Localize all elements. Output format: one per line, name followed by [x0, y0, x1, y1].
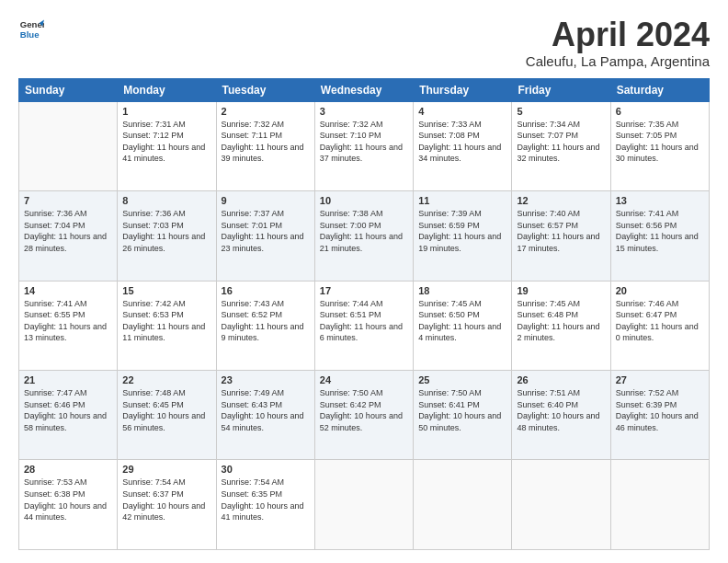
table-row: 6Sunrise: 7:35 AMSunset: 7:05 PMDaylight…: [610, 101, 709, 190]
day-info: Sunrise: 7:38 AMSunset: 7:00 PMDaylight:…: [320, 208, 408, 254]
day-number: 1: [122, 106, 210, 117]
day-info: Sunrise: 7:35 AMSunset: 7:05 PMDaylight:…: [616, 119, 704, 165]
day-number: 29: [122, 464, 210, 475]
week-row-4: 21Sunrise: 7:47 AMSunset: 6:46 PMDayligh…: [19, 371, 710, 460]
table-row: 9Sunrise: 7:37 AMSunset: 7:01 PMDaylight…: [216, 191, 314, 281]
logo-icon: General Blue: [18, 17, 44, 42]
day-number: 21: [24, 374, 112, 385]
day-info: Sunrise: 7:45 AMSunset: 6:48 PMDaylight:…: [517, 298, 605, 344]
day-number: 10: [320, 195, 408, 206]
day-info: Sunrise: 7:53 AMSunset: 6:38 PMDaylight:…: [24, 477, 112, 523]
table-row: 5Sunrise: 7:34 AMSunset: 7:07 PMDaylight…: [512, 101, 610, 190]
day-info: Sunrise: 7:37 AMSunset: 7:01 PMDaylight:…: [222, 208, 310, 254]
day-info: Sunrise: 7:42 AMSunset: 6:53 PMDaylight:…: [122, 298, 210, 344]
table-row: 1Sunrise: 7:31 AMSunset: 7:12 PMDaylight…: [118, 101, 216, 190]
day-info: Sunrise: 7:48 AMSunset: 6:45 PMDaylight:…: [122, 387, 210, 433]
day-number: 4: [418, 106, 506, 117]
day-number: 28: [24, 464, 112, 475]
day-info: Sunrise: 7:31 AMSunset: 7:12 PMDaylight:…: [122, 119, 210, 165]
day-info: Sunrise: 7:47 AMSunset: 6:46 PMDaylight:…: [24, 387, 112, 433]
col-saturday: Saturday: [610, 78, 709, 101]
day-number: 16: [222, 285, 310, 296]
month-title: April 2024: [526, 17, 710, 53]
header: General Blue April 2024 Caleufu, La Pamp…: [18, 17, 710, 69]
day-info: Sunrise: 7:40 AMSunset: 6:57 PMDaylight:…: [517, 208, 605, 254]
day-info: Sunrise: 7:50 AMSunset: 6:41 PMDaylight:…: [418, 387, 506, 433]
day-info: Sunrise: 7:52 AMSunset: 6:39 PMDaylight:…: [616, 387, 704, 433]
day-number: 2: [222, 106, 310, 117]
table-row: [414, 460, 512, 550]
day-number: 17: [320, 285, 408, 296]
day-info: Sunrise: 7:46 AMSunset: 6:47 PMDaylight:…: [616, 298, 704, 344]
svg-text:Blue: Blue: [20, 29, 40, 40]
table-row: [610, 460, 709, 550]
table-row: 4Sunrise: 7:33 AMSunset: 7:08 PMDaylight…: [414, 101, 512, 190]
header-row: Sunday Monday Tuesday Wednesday Thursday…: [19, 78, 710, 101]
day-info: Sunrise: 7:41 AMSunset: 6:55 PMDaylight:…: [24, 298, 112, 344]
table-row: 27Sunrise: 7:52 AMSunset: 6:39 PMDayligh…: [610, 371, 709, 460]
day-number: 5: [517, 106, 605, 117]
week-row-5: 28Sunrise: 7:53 AMSunset: 6:38 PMDayligh…: [19, 460, 710, 550]
day-info: Sunrise: 7:32 AMSunset: 7:11 PMDaylight:…: [222, 119, 310, 165]
subtitle: Caleufu, La Pampa, Argentina: [526, 53, 710, 69]
table-row: 23Sunrise: 7:49 AMSunset: 6:43 PMDayligh…: [216, 371, 314, 460]
table-row: 19Sunrise: 7:45 AMSunset: 6:48 PMDayligh…: [512, 281, 610, 370]
col-monday: Monday: [118, 78, 216, 101]
table-row: [19, 101, 118, 190]
table-row: 30Sunrise: 7:54 AMSunset: 6:35 PMDayligh…: [216, 460, 314, 550]
table-row: 13Sunrise: 7:41 AMSunset: 6:56 PMDayligh…: [610, 191, 709, 281]
week-row-3: 14Sunrise: 7:41 AMSunset: 6:55 PMDayligh…: [19, 281, 710, 370]
table-row: 2Sunrise: 7:32 AMSunset: 7:11 PMDaylight…: [216, 101, 314, 190]
day-number: 24: [320, 374, 408, 385]
day-number: 14: [24, 285, 112, 296]
table-row: 20Sunrise: 7:46 AMSunset: 6:47 PMDayligh…: [610, 281, 709, 370]
table-row: 21Sunrise: 7:47 AMSunset: 6:46 PMDayligh…: [19, 371, 118, 460]
table-row: [512, 460, 610, 550]
table-row: 3Sunrise: 7:32 AMSunset: 7:10 PMDaylight…: [314, 101, 413, 190]
day-number: 12: [517, 195, 605, 206]
table-row: 29Sunrise: 7:54 AMSunset: 6:37 PMDayligh…: [118, 460, 216, 550]
table-row: 25Sunrise: 7:50 AMSunset: 6:41 PMDayligh…: [414, 371, 512, 460]
day-number: 9: [222, 195, 310, 206]
day-info: Sunrise: 7:41 AMSunset: 6:56 PMDaylight:…: [616, 208, 704, 254]
table-row: 26Sunrise: 7:51 AMSunset: 6:40 PMDayligh…: [512, 371, 610, 460]
title-block: April 2024 Caleufu, La Pampa, Argentina: [526, 17, 710, 69]
table-row: 11Sunrise: 7:39 AMSunset: 6:59 PMDayligh…: [414, 191, 512, 281]
day-number: 18: [418, 285, 506, 296]
day-number: 27: [616, 374, 704, 385]
day-info: Sunrise: 7:50 AMSunset: 6:42 PMDaylight:…: [320, 387, 408, 433]
day-info: Sunrise: 7:33 AMSunset: 7:08 PMDaylight:…: [418, 119, 506, 165]
day-number: 30: [222, 464, 310, 475]
table-row: 8Sunrise: 7:36 AMSunset: 7:03 PMDaylight…: [118, 191, 216, 281]
day-info: Sunrise: 7:36 AMSunset: 7:04 PMDaylight:…: [24, 208, 112, 254]
day-info: Sunrise: 7:43 AMSunset: 6:52 PMDaylight:…: [222, 298, 310, 344]
day-info: Sunrise: 7:49 AMSunset: 6:43 PMDaylight:…: [222, 387, 310, 433]
day-info: Sunrise: 7:39 AMSunset: 6:59 PMDaylight:…: [418, 208, 506, 254]
table-row: 7Sunrise: 7:36 AMSunset: 7:04 PMDaylight…: [19, 191, 118, 281]
table-row: 17Sunrise: 7:44 AMSunset: 6:51 PMDayligh…: [314, 281, 413, 370]
day-info: Sunrise: 7:54 AMSunset: 6:35 PMDaylight:…: [222, 477, 310, 523]
table-row: 16Sunrise: 7:43 AMSunset: 6:52 PMDayligh…: [216, 281, 314, 370]
col-wednesday: Wednesday: [314, 78, 413, 101]
table-row: 10Sunrise: 7:38 AMSunset: 7:00 PMDayligh…: [314, 191, 413, 281]
page: General Blue April 2024 Caleufu, La Pamp…: [0, 0, 728, 563]
week-row-1: 1Sunrise: 7:31 AMSunset: 7:12 PMDaylight…: [19, 101, 710, 190]
day-number: 20: [616, 285, 704, 296]
svg-text:General: General: [20, 19, 44, 29]
col-sunday: Sunday: [19, 78, 118, 101]
col-thursday: Thursday: [414, 78, 512, 101]
calendar-table: Sunday Monday Tuesday Wednesday Thursday…: [18, 78, 710, 550]
table-row: 28Sunrise: 7:53 AMSunset: 6:38 PMDayligh…: [19, 460, 118, 550]
day-info: Sunrise: 7:36 AMSunset: 7:03 PMDaylight:…: [122, 208, 210, 254]
day-number: 7: [24, 195, 112, 206]
table-row: 15Sunrise: 7:42 AMSunset: 6:53 PMDayligh…: [118, 281, 216, 370]
day-number: 8: [122, 195, 210, 206]
logo: General Blue: [18, 17, 44, 42]
table-row: 22Sunrise: 7:48 AMSunset: 6:45 PMDayligh…: [118, 371, 216, 460]
day-info: Sunrise: 7:34 AMSunset: 7:07 PMDaylight:…: [517, 119, 605, 165]
day-number: 15: [122, 285, 210, 296]
col-tuesday: Tuesday: [216, 78, 314, 101]
table-row: 14Sunrise: 7:41 AMSunset: 6:55 PMDayligh…: [19, 281, 118, 370]
table-row: [314, 460, 413, 550]
day-info: Sunrise: 7:32 AMSunset: 7:10 PMDaylight:…: [320, 119, 408, 165]
